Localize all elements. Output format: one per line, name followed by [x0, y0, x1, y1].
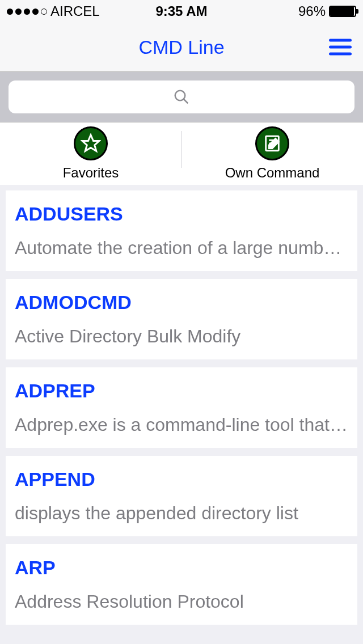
- svg-marker-2: [82, 135, 99, 151]
- edit-document-icon: [255, 126, 289, 160]
- battery-icon: [329, 6, 356, 17]
- command-name: ADMODCMD: [15, 291, 348, 313]
- command-name: APPEND: [15, 468, 348, 490]
- svg-line-1: [184, 99, 188, 104]
- tab-own-command[interactable]: Own Command: [182, 122, 363, 185]
- command-description: Adprep.exe is a command-line tool that p…: [15, 414, 348, 435]
- status-right: 96%: [298, 3, 356, 19]
- command-description: Address Resolution Protocol: [15, 591, 348, 612]
- star-icon: [74, 126, 108, 160]
- tab-own-label: Own Command: [225, 165, 320, 181]
- battery-percent: 96%: [298, 3, 326, 19]
- hamburger-icon: [329, 39, 352, 42]
- menu-button[interactable]: [329, 39, 352, 56]
- list-item[interactable]: APPEND displays the appended directory l…: [6, 456, 357, 536]
- search-icon: [173, 88, 190, 105]
- page-title: CMD Line: [138, 36, 224, 58]
- tab-divider: [182, 131, 182, 168]
- command-description: displays the appended directory list: [15, 503, 348, 524]
- navigation-bar: CMD Line: [0, 23, 363, 72]
- command-description: Active Directory Bulk Modify: [15, 326, 348, 347]
- command-list: ADDUSERS Automate the creation of a larg…: [0, 185, 363, 630]
- tabs: Favorites Own Command: [0, 122, 363, 185]
- list-item[interactable]: ARP Address Resolution Protocol: [6, 544, 357, 625]
- status-bar: AIRCEL 9:35 AM 96%: [0, 0, 363, 23]
- command-name: ARP: [15, 557, 348, 579]
- tab-favorites-label: Favorites: [63, 165, 119, 181]
- search-container: [0, 72, 363, 122]
- carrier-label: AIRCEL: [50, 3, 100, 19]
- list-item[interactable]: ADDUSERS Automate the creation of a larg…: [6, 190, 357, 271]
- svg-point-0: [175, 91, 185, 101]
- clock: 9:35 AM: [155, 3, 207, 19]
- command-description: Automate the creation of a large number …: [15, 238, 348, 259]
- list-item[interactable]: ADPREP Adprep.exe is a command-line tool…: [6, 367, 357, 448]
- status-left: AIRCEL: [7, 3, 100, 19]
- list-item[interactable]: ADMODCMD Active Directory Bulk Modify: [6, 279, 357, 359]
- search-input[interactable]: [9, 80, 354, 113]
- signal-strength-icon: [7, 9, 47, 15]
- tab-favorites[interactable]: Favorites: [0, 122, 182, 185]
- command-name: ADPREP: [15, 380, 348, 402]
- command-name: ADDUSERS: [15, 203, 348, 225]
